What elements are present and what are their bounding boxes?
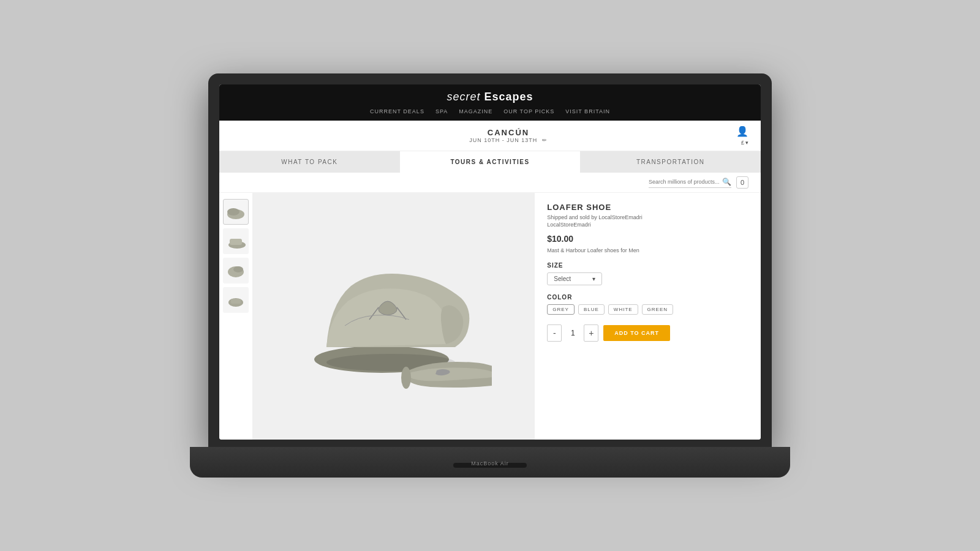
logo-secret: secret [447,91,484,103]
thumbnail-3[interactable] [223,258,249,283]
quantity-row: - 1 + ADD TO CART [547,324,748,342]
svg-point-1 [227,208,239,216]
svg-point-5 [233,266,243,272]
destination-dates: JUN 10TH - JUN 13TH ✏ [281,137,736,143]
color-green[interactable]: GREEN [642,304,673,315]
laptop-frame: secret Escapes CURRENT DEALS SPA MAGAZIN… [208,73,772,478]
size-dropdown-icon: ▾ [592,276,595,282]
color-grey[interactable]: GREY [547,304,575,315]
add-to-cart-button[interactable]: ADD TO CART [603,325,670,341]
tab-what-to-pack[interactable]: WHAT TO PACK [219,151,400,173]
quantity-minus-button[interactable]: - [547,324,562,342]
nav-spa[interactable]: SPA [435,108,448,114]
nav-links-container: CURRENT DEALS SPA MAGAZINE OUR TOP PICKS… [370,108,610,114]
edit-dates-icon[interactable]: ✏ [542,137,548,143]
svg-point-12 [401,367,411,389]
thumbnail-sidebar [219,193,253,440]
search-input[interactable] [649,179,722,185]
search-input-wrapper: 🔍 [649,178,731,188]
size-select[interactable]: Select ▾ [547,272,602,285]
cart-button[interactable]: 0 [736,176,748,189]
quantity-plus-button[interactable]: + [584,324,598,342]
destination-title: CANCÚN [281,128,736,137]
tab-transportation[interactable]: TRANSPORTATION [580,151,761,173]
laptop-screen: secret Escapes CURRENT DEALS SPA MAGAZIN… [219,84,761,440]
macbook-label: MacBook Air [471,460,509,467]
svg-rect-3 [230,239,242,245]
color-blue[interactable]: BLUE [578,304,605,315]
search-button[interactable]: 🔍 [722,178,731,186]
site-logo[interactable]: secret Escapes [447,91,533,103]
shoe-illustration [296,219,492,414]
dest-right-actions: 👤 £ ▾ [736,126,748,146]
laptop-body: secret Escapes CURRENT DEALS SPA MAGAZIN… [208,73,772,447]
product-title: LOAFER SHOE [547,203,748,212]
nav-visit-britain[interactable]: VISIT BRITAIN [565,108,610,114]
tabs-bar: WHAT TO PACK TOURS & ACTIVITIES TRANSPOR… [219,151,761,173]
product-seller-line2[interactable]: LocalStoreEmadri [547,222,748,228]
thumbnail-4[interactable] [223,287,249,313]
top-navigation: secret Escapes CURRENT DEALS SPA MAGAZIN… [219,84,761,121]
product-seller-line1: Shipped and sold by LocalStoreEmadri [547,214,748,220]
nav-top-picks[interactable]: OUR TOP PICKS [503,108,554,114]
destination-center: CANCÚN JUN 10TH - JUN 13TH ✏ [281,128,736,143]
cart-count: 0 [741,179,744,186]
user-icon[interactable]: 👤 [736,126,748,137]
tab-tours-activities[interactable]: TOURS & ACTIVITIES [400,151,581,173]
color-white[interactable]: WHITE [608,304,638,315]
thumbnail-2[interactable] [223,228,249,254]
currency-selector[interactable]: £ ▾ [741,140,748,146]
destination-bar: CANCÚN JUN 10TH - JUN 13TH ✏ 👤 £ ▾ [219,121,761,151]
color-label: COLOR [547,294,748,301]
color-options: GREY BLUE WHITE GREEN [547,304,748,315]
thumbnail-1[interactable] [223,199,249,225]
quantity-value: 1 [567,329,579,337]
product-details-panel: LOAFER SHOE Shipped and sold by LocalSto… [535,193,761,440]
size-label: SIZE [547,262,748,269]
content-area: 🔍 0 [219,173,761,440]
product-description: Mast & Harbour Loafer shoes for Men [547,247,748,253]
nav-current-deals[interactable]: CURRENT DEALS [370,108,424,114]
nav-magazine[interactable]: MAGAZINE [459,108,492,114]
svg-rect-7 [231,299,241,304]
product-price: $10.00 [547,234,748,244]
product-area: LOAFER SHOE Shipped and sold by LocalSto… [219,193,761,440]
logo-escapes: Escapes [484,91,533,103]
main-product-image [253,193,535,440]
